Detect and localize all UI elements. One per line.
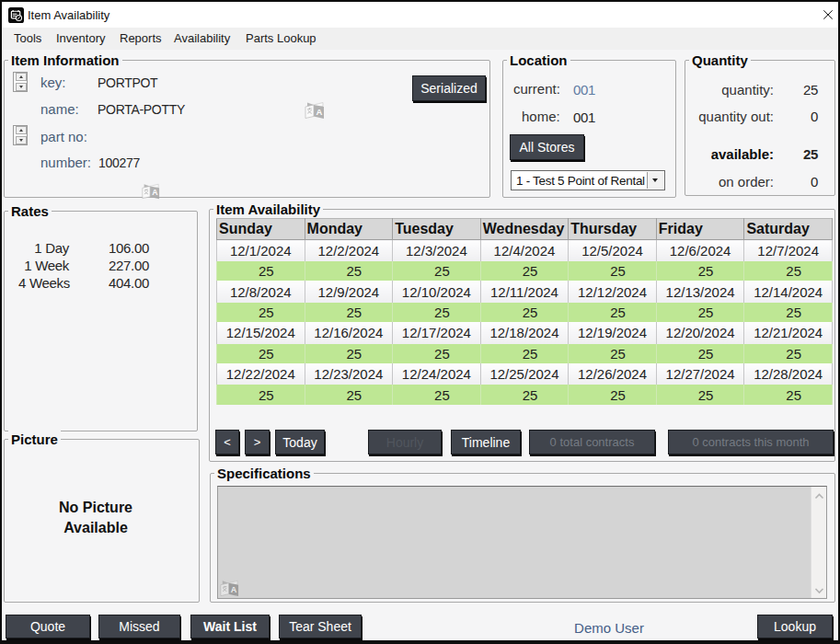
- svg-text:A: A: [316, 107, 322, 117]
- svg-text:A: A: [152, 188, 158, 197]
- svg-text:A: A: [231, 585, 237, 594]
